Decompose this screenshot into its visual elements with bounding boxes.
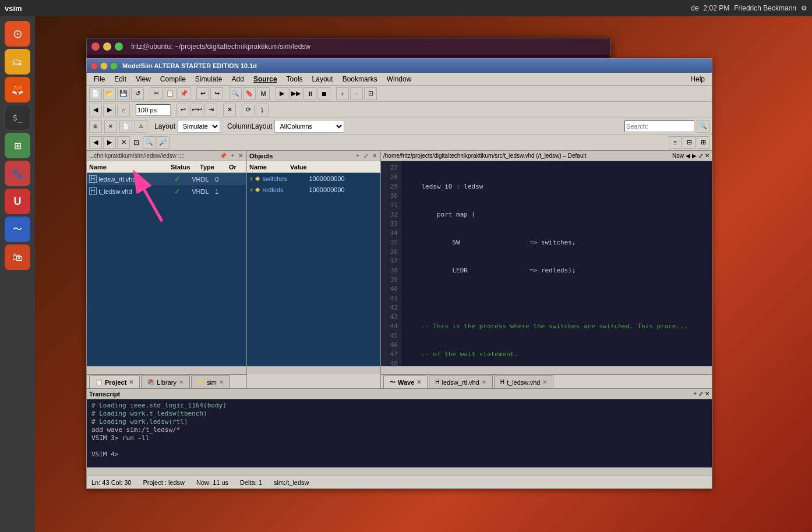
menu-tools[interactable]: Tools	[282, 74, 308, 84]
obj-expand-0[interactable]: +	[249, 175, 253, 182]
source-close-icon[interactable]: ✕	[705, 152, 709, 159]
layout-select[interactable]: Simulate	[178, 120, 220, 133]
menu-window[interactable]: Window	[382, 74, 416, 84]
tab-sim[interactable]: ⚡ sim ✕	[191, 375, 230, 388]
tb2-restart-btn[interactable]: ⟳	[242, 104, 255, 116]
sidebar-icon-ubuntu[interactable]: ⊙	[5, 21, 30, 47]
tb-cut-btn[interactable]: ✂	[150, 87, 163, 100]
sim-prev-btn[interactable]: ◀	[89, 136, 102, 149]
tb-redo-btn[interactable]: ↪	[210, 87, 223, 100]
ms-close-button[interactable]	[90, 62, 98, 70]
sim-view3-btn[interactable]: ⊞	[697, 136, 709, 149]
objects-hscroll[interactable]	[247, 366, 380, 374]
tb2-stop-btn[interactable]: ✕	[223, 104, 236, 116]
tb-bookmark-btn[interactable]: 🔖	[243, 87, 256, 100]
sidebar-icon-files[interactable]: 🗂	[5, 49, 30, 75]
sim-zoom2-btn[interactable]: 🔎	[157, 136, 170, 149]
search-input[interactable]	[624, 120, 694, 132]
source-code-view[interactable]: 27 28 29 30 31 32 33 34 35 36 37 38 39 4…	[381, 161, 712, 366]
tb2-run3-btn[interactable]: ⇥	[204, 104, 217, 116]
tb2-fwd-btn[interactable]: ▶	[103, 104, 116, 116]
menu-edit[interactable]: Edit	[110, 74, 131, 84]
tb3-btn3[interactable]: 📄	[119, 120, 132, 133]
tb3-btn2[interactable]: ✕	[104, 120, 117, 133]
terminal-max-button[interactable]	[115, 42, 123, 51]
tab-sim-close[interactable]: ✕	[219, 379, 224, 385]
sim-x-btn[interactable]: ✕	[117, 136, 130, 149]
tb2-step-btn[interactable]: ⤵	[256, 104, 269, 116]
tb2-run2-btn[interactable]: ↩↩	[190, 104, 203, 116]
ms-min-button[interactable]	[100, 62, 108, 70]
obj-expand-1[interactable]: +	[249, 186, 253, 193]
project-close-icon[interactable]: ✕	[237, 152, 244, 159]
sidebar-icon-apps[interactable]: 🐾	[5, 161, 30, 186]
sim-next-btn[interactable]: ▶	[103, 136, 116, 149]
tb-copy-btn[interactable]: 📋	[164, 87, 176, 100]
menu-compile[interactable]: Compile	[156, 74, 190, 84]
project-pin-icon[interactable]: 📌	[218, 152, 228, 159]
column-layout-select[interactable]: AllColumns	[274, 120, 344, 133]
transcript-close-icon[interactable]: ✕	[705, 391, 709, 397]
menu-view[interactable]: View	[131, 74, 156, 84]
tb2-home-btn[interactable]: ⌂	[117, 104, 130, 116]
tb-refresh-btn[interactable]: ↺	[131, 87, 144, 100]
tb2-back-btn[interactable]: ◀	[89, 104, 102, 116]
tb-find-btn[interactable]: 🔍	[229, 87, 242, 100]
tab-project-close[interactable]: ✕	[129, 379, 133, 385]
list-item[interactable]: + ◆ redleds 1000000000	[247, 184, 380, 195]
tb-sim-run-btn[interactable]: ▶▶	[290, 87, 302, 100]
tab-wave[interactable]: 〜 Wave ✕	[383, 375, 428, 388]
objects-plus-icon[interactable]: +	[355, 152, 361, 159]
source-expand-icon[interactable]: ⤢	[698, 152, 703, 159]
sidebar-icon-ulogo[interactable]: U	[5, 189, 30, 214]
sim-view1-btn[interactable]: ≡	[669, 136, 682, 149]
menu-file[interactable]: File	[89, 74, 110, 84]
tb-zoom-out-btn[interactable]: −	[350, 87, 363, 100]
sidebar-icon-wave[interactable]: 〜	[5, 217, 30, 242]
tb-undo-btn[interactable]: ↩	[196, 87, 209, 100]
tab-library-close[interactable]: ✕	[179, 379, 183, 385]
objects-close-icon[interactable]: ✕	[371, 152, 378, 159]
search-btn[interactable]: 🔍	[697, 120, 709, 133]
sidebar-icon-calc[interactable]: ⊞	[5, 133, 30, 158]
tab-project[interactable]: 📋 Project ✕	[89, 375, 140, 388]
sim-view2-btn[interactable]: ⊟	[683, 136, 696, 149]
transcript-hscroll[interactable]	[87, 467, 712, 476]
sidebar-icon-firefox[interactable]: 🦊	[5, 77, 30, 102]
tb-sim-stop-btn[interactable]: ⏹	[317, 87, 330, 100]
tb2-run-btn[interactable]: ↩	[176, 104, 189, 116]
tb-sim-break-btn[interactable]: ⏸	[303, 87, 316, 100]
terminal-close-button[interactable]	[91, 42, 100, 51]
tab-library[interactable]: 📚 Library ✕	[141, 375, 190, 388]
table-row[interactable]: H ledsw_rtl.vhd ✓ VHDL 0	[87, 173, 246, 185]
list-item[interactable]: + ◆ switches 1000000000	[247, 173, 380, 184]
source-nav-left[interactable]: ◀	[686, 152, 690, 159]
tb-zoom-in-btn[interactable]: +	[336, 87, 349, 100]
tab-t-ledsw-close[interactable]: ✕	[542, 379, 547, 385]
tab-t-ledsw[interactable]: H t_ledsw.vhd ✕	[494, 375, 554, 388]
tab-ledsw-rtl-close[interactable]: ✕	[482, 379, 486, 385]
project-hscroll[interactable]	[87, 366, 246, 374]
tb-sim-step-btn[interactable]: ▶	[276, 87, 288, 100]
transcript-content[interactable]: # Loading ieee.std_logic_1164(body) # Lo…	[87, 399, 712, 467]
menu-add[interactable]: Add	[227, 74, 249, 84]
menu-simulate[interactable]: Simulate	[190, 74, 227, 84]
sidebar-icon-terminal[interactable]: $_	[5, 105, 30, 130]
sim-zoom1-btn[interactable]: 🔍	[143, 136, 156, 149]
table-row[interactable]: H t_ledsw.vhd ✓ VHDL 1	[87, 185, 246, 197]
menu-help[interactable]: Help	[686, 74, 709, 84]
menu-layout[interactable]: Layout	[308, 74, 338, 84]
menu-bookmarks[interactable]: Bookmarks	[338, 74, 382, 84]
tb-new-btn[interactable]: 📄	[89, 87, 102, 100]
source-hscroll[interactable]	[381, 366, 712, 374]
source-nav-right[interactable]: ▶	[692, 152, 697, 159]
transcript-add-icon[interactable]: +	[693, 391, 697, 397]
objects-expand-icon[interactable]: ⤢	[362, 152, 369, 159]
tb-open-btn[interactable]: 📂	[103, 87, 116, 100]
tab-ledsw-rtl[interactable]: H ledsw_rtl.vhd ✕	[429, 375, 492, 388]
ms-max-button[interactable]	[110, 62, 118, 70]
settings-icon[interactable]: ⚙	[801, 4, 807, 12]
time-input[interactable]	[136, 104, 171, 116]
sidebar-icon-store[interactable]: 🛍	[5, 244, 30, 270]
tb-zoom-fit-btn[interactable]: ⊡	[364, 87, 377, 100]
